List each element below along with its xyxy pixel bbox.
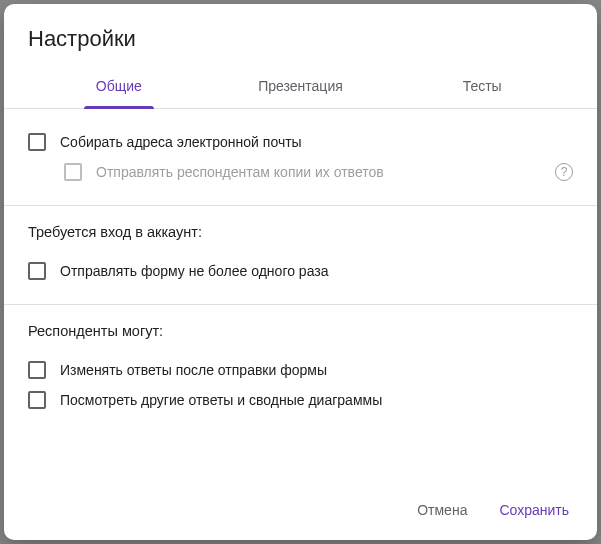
label-collect-emails: Собирать адреса электронной почты [60, 134, 573, 150]
label-send-copies: Отправлять респондентам копии их ответов [96, 164, 541, 180]
checkbox-edit-after[interactable] [28, 361, 46, 379]
row-limit-once: Отправлять форму не более одного раза [28, 256, 573, 286]
tab-presentation-label: Презентация [258, 78, 343, 94]
row-see-summary: Посмотреть другие ответы и сводные диагр… [28, 385, 573, 415]
section-sign-in: Требуется вход в аккаунт: Отправлять фор… [4, 206, 597, 305]
checkbox-see-summary[interactable] [28, 391, 46, 409]
row-send-copies: Отправлять респондентам копии их ответов… [28, 157, 573, 187]
section-emails: Собирать адреса электронной почты Отправ… [4, 109, 597, 206]
modal-backdrop: Настройки Общие Презентация Тесты Собира… [0, 0, 601, 544]
help-icon[interactable]: ? [555, 163, 573, 181]
label-see-summary: Посмотреть другие ответы и сводные диагр… [60, 392, 573, 408]
save-button[interactable]: Сохранить [487, 494, 581, 526]
tab-quizzes[interactable]: Тесты [391, 66, 573, 108]
tabs-bar: Общие Презентация Тесты [4, 66, 597, 109]
tab-general-label: Общие [96, 78, 142, 94]
tab-quizzes-label: Тесты [463, 78, 502, 94]
label-limit-once: Отправлять форму не более одного раза [60, 263, 573, 279]
dialog-content: Собирать адреса электронной почты Отправ… [4, 109, 597, 484]
checkbox-limit-once[interactable] [28, 262, 46, 280]
section-sign-in-title: Требуется вход в аккаунт: [28, 224, 573, 240]
tab-presentation[interactable]: Презентация [210, 66, 392, 108]
checkbox-send-copies [64, 163, 82, 181]
checkbox-collect-emails[interactable] [28, 133, 46, 151]
row-collect-emails: Собирать адреса электронной почты [28, 127, 573, 157]
label-edit-after: Изменять ответы после отправки формы [60, 362, 573, 378]
section-respondents: Респонденты могут: Изменять ответы после… [4, 305, 597, 433]
cancel-button[interactable]: Отмена [405, 494, 479, 526]
tab-general[interactable]: Общие [28, 66, 210, 108]
help-icon-glyph: ? [561, 165, 568, 179]
dialog-footer: Отмена Сохранить [4, 484, 597, 540]
section-respondents-title: Респонденты могут: [28, 323, 573, 339]
settings-dialog: Настройки Общие Презентация Тесты Собира… [4, 4, 597, 540]
row-edit-after: Изменять ответы после отправки формы [28, 355, 573, 385]
dialog-title: Настройки [4, 4, 597, 66]
